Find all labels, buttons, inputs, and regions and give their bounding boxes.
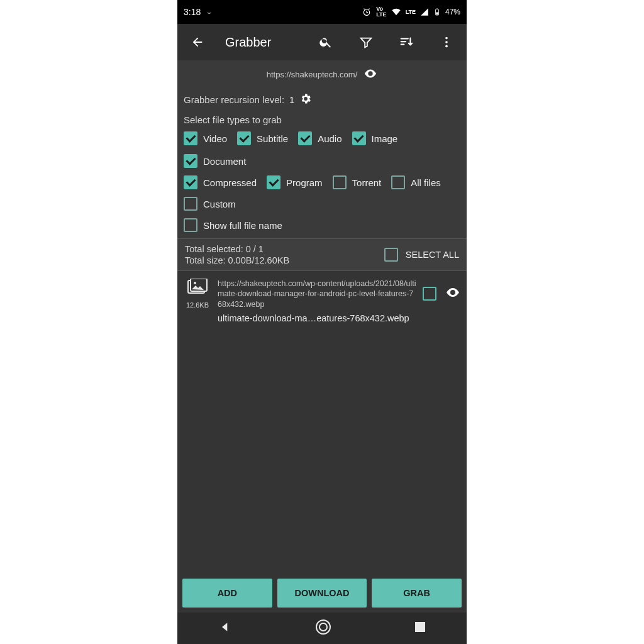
filetypes-row-1: Video Subtitle Audio Image Document [184,128,460,168]
android-nav-bar [177,613,467,644]
total-selected: Total selected: 0 / 1 [185,244,289,254]
checkbox-icon [184,154,197,168]
total-size: Total size: 0.00B/12.60KB [185,255,289,265]
option-custom[interactable]: Custom [184,197,460,211]
battery-icon [433,7,441,17]
svg-point-13 [319,623,327,631]
network-lte-label: LTE [406,9,416,15]
download-button[interactable]: DOWNLOAD [277,579,367,608]
svg-point-7 [369,72,372,75]
alarm-icon [362,7,372,17]
checkbox-icon [391,175,405,189]
filetypes-row-2: Compressed Program Torrent All files [184,168,460,189]
app-bar: Grabber [177,24,467,60]
checkbox-icon [184,131,197,145]
svg-rect-2 [436,9,438,9]
file-url: https://shakeuptech.com/wp-content/uploa… [218,279,416,309]
svg-point-11 [452,291,454,294]
checkbox-icon [184,175,197,189]
filetype-image[interactable]: Image [352,131,398,145]
overflow-menu-button[interactable] [434,30,459,55]
file-item[interactable]: 12.6KB https://shakeuptech.com/wp-conten… [177,271,467,331]
select-all[interactable]: SELECT ALL [384,248,459,262]
file-list[interactable]: 12.6KB https://shakeuptech.com/wp-conten… [177,271,467,574]
option-show-full-name[interactable]: Show full file name [184,218,460,232]
grab-button[interactable]: GRAB [372,579,462,608]
phone-frame: 3:18 ⌣ VoLTE LTE 47% Grabber [177,0,467,644]
checkbox-icon [298,131,312,145]
svg-point-6 [445,45,448,48]
wifi-icon [391,7,401,17]
filetype-subtitle[interactable]: Subtitle [237,131,288,145]
source-url: https://shakeuptech.com/ [267,70,358,79]
checkbox-icon [384,248,398,262]
svg-rect-3 [436,13,438,15]
file-checkbox[interactable] [423,287,436,301]
nav-home-button[interactable] [315,619,331,638]
filetype-allfiles[interactable]: All files [391,175,441,189]
bottom-button-row: ADD DOWNLOAD GRAB [177,574,467,613]
nav-recent-button[interactable] [415,622,425,635]
search-button[interactable] [313,30,338,55]
svg-point-10 [194,282,196,284]
volte-icon: VoLTE [376,6,386,18]
image-file-icon [187,279,208,299]
checkbox-icon [267,175,280,189]
nav-back-button[interactable] [219,621,231,636]
status-time: 3:18 [184,7,201,17]
filetype-compressed[interactable]: Compressed [184,175,257,189]
checkbox-icon [333,175,347,189]
file-name: ultimate-download-ma…eatures-768x432.web… [218,313,416,323]
source-url-row: https://shakeuptech.com/ [177,60,467,89]
filetype-video[interactable]: Video [184,131,227,145]
back-button[interactable] [185,30,210,55]
filetypes-heading: Select file types to grab [184,111,460,128]
checkbox-icon [352,131,366,145]
file-preview-button[interactable] [445,285,460,303]
file-size: 12.6KB [186,301,209,309]
amazon-icon: ⌣ [207,8,211,16]
recursion-settings-button[interactable] [299,92,312,107]
add-button[interactable]: ADD [182,579,272,608]
view-url-button[interactable] [364,67,377,82]
recursion-value: 1 [289,94,294,105]
signal-icon [420,8,429,16]
status-bar: 3:18 ⌣ VoLTE LTE 47% [177,0,467,24]
settings-block: Grabber recursion level: 1 Select file t… [177,89,467,238]
file-thumb: 12.6KB [184,279,211,309]
svg-point-5 [445,41,448,43]
checkbox-icon [184,197,197,211]
checkbox-icon [237,131,251,145]
recursion-row: Grabber recursion level: 1 [184,89,460,111]
filter-button[interactable] [353,30,379,55]
summary-row: Total selected: 0 / 1 Total size: 0.00B/… [177,239,467,270]
sort-button[interactable] [394,30,419,55]
svg-point-4 [445,37,448,40]
filetype-audio[interactable]: Audio [298,131,341,145]
battery-pct: 47% [445,8,460,16]
filetype-program[interactable]: Program [267,175,323,189]
svg-point-12 [316,620,330,634]
recursion-label: Grabber recursion level: [184,94,284,105]
checkbox-icon [184,218,197,232]
svg-rect-14 [416,623,425,631]
filetype-document[interactable]: Document [184,154,246,168]
filetype-torrent[interactable]: Torrent [333,175,382,189]
app-title: Grabber [225,35,271,50]
